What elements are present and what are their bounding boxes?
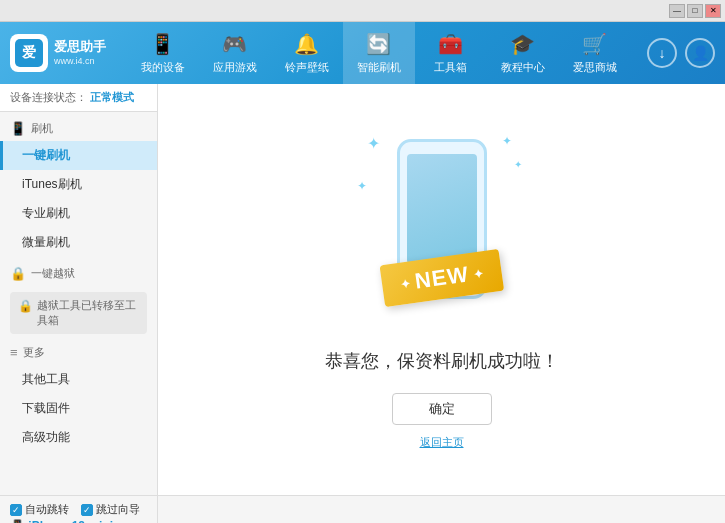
smart-shop-icon: 🔄: [366, 32, 391, 56]
maximize-button[interactable]: □: [687, 4, 703, 18]
nav-tutorial[interactable]: 🎓 教程中心: [487, 22, 559, 84]
logo-text: 爱思助手 www.i4.cn: [54, 39, 106, 68]
download-button[interactable]: ↓: [647, 38, 677, 68]
content-area: ✦ ✦ ✦ ✦ NEW 恭喜您，保资料刷机成功啦！ 确定 返回主页: [158, 84, 725, 495]
bottom-sidebar: ✓ 自动跳转 ✓ 跳过向导 📱 iPhone 12 mini 64GB Down…: [0, 496, 158, 523]
sparkle-3: ✦: [502, 134, 512, 148]
logo-symbol: 爱: [15, 39, 43, 67]
auto-jump-box: ✓: [10, 504, 22, 516]
more-section-title: ≡ 更多: [0, 340, 157, 365]
app-name: 爱思助手: [54, 39, 106, 56]
status-label: 设备连接状态：: [10, 91, 87, 103]
ringtones-icon: 🔔: [294, 32, 319, 56]
nav-smart-shop-label: 智能刷机: [357, 60, 401, 75]
success-message: 恭喜您，保资料刷机成功啦！: [325, 349, 559, 373]
nav-store[interactable]: 🛒 爱思商城: [559, 22, 631, 84]
skip-wizard-box: ✓: [81, 504, 93, 516]
sidebar-item-one-click-flash[interactable]: 一键刷机: [0, 141, 157, 170]
my-device-icon: 📱: [150, 32, 175, 56]
nav-apps-games-label: 应用游戏: [213, 60, 257, 75]
confirm-button[interactable]: 确定: [392, 393, 492, 425]
sidebar-item-pro-flash[interactable]: 专业刷机: [0, 199, 157, 228]
back-link[interactable]: 返回主页: [420, 435, 464, 450]
sidebar-item-advanced[interactable]: 高级功能: [0, 423, 157, 452]
device-icon: 📱: [10, 519, 28, 523]
bottom-area: ✓ 自动跳转 ✓ 跳过向导 📱 iPhone 12 mini 64GB Down…: [0, 495, 725, 523]
nav-items: 📱 我的设备 🎮 应用游戏 🔔 铃声壁纸 🔄 智能刷机 🧰 工具箱 🎓 教程中心…: [110, 22, 647, 84]
apps-games-icon: 🎮: [222, 32, 247, 56]
flash-section-title: 📱 刷机: [0, 116, 157, 141]
sidebar-item-download-firmware[interactable]: 下载固件: [0, 394, 157, 423]
nav-ringtones-label: 铃声壁纸: [285, 60, 329, 75]
device-name: 📱 iPhone 12 mini: [10, 519, 147, 523]
nav-smart-shop[interactable]: 🔄 智能刷机: [343, 22, 415, 84]
nav-my-device[interactable]: 📱 我的设备: [127, 22, 199, 84]
nav-apps-games[interactable]: 🎮 应用游戏: [199, 22, 271, 84]
jailbreak-section-label: 一键越狱: [31, 266, 75, 281]
user-button[interactable]: 👤: [685, 38, 715, 68]
jailbreak-section: 🔒 一键越狱 🔒 越狱工具已转移至工具箱: [0, 261, 157, 334]
header-right: ↓ 👤: [647, 38, 715, 68]
nav-ringtones[interactable]: 🔔 铃声壁纸: [271, 22, 343, 84]
phone-screen: [407, 154, 477, 264]
title-bar: — □ ✕: [0, 0, 725, 22]
flash-section: 📱 刷机 一键刷机 iTunes刷机 专业刷机 微量刷机: [0, 116, 157, 257]
connection-status: 设备连接状态： 正常模式: [0, 84, 157, 112]
nav-my-device-label: 我的设备: [141, 60, 185, 75]
bottom-content: V7.98.66 客服 微信公众号 检查更新: [158, 496, 725, 523]
auto-jump-label: 自动跳转: [25, 502, 69, 517]
sidebar: 设备连接状态： 正常模式 📱 刷机 一键刷机 iTunes刷机 专业刷机 微量刷…: [0, 84, 158, 495]
nav-store-label: 爱思商城: [573, 60, 617, 75]
app-url: www.i4.cn: [54, 56, 106, 68]
more-section-label: 更多: [23, 345, 45, 360]
status-value: 正常模式: [90, 91, 134, 103]
device-name-text: iPhone 12 mini: [28, 519, 113, 523]
sidebar-item-save-flash[interactable]: 微量刷机: [0, 228, 157, 257]
auto-jump-checkbox[interactable]: ✓ 自动跳转: [10, 502, 69, 517]
more-section-icon: ≡: [10, 345, 18, 360]
checkbox-group: ✓ 自动跳转 ✓ 跳过向导: [10, 502, 147, 517]
nav-tutorial-label: 教程中心: [501, 60, 545, 75]
success-illustration: ✦ ✦ ✦ ✦ NEW: [352, 129, 532, 329]
window-controls: — □ ✕: [669, 4, 721, 18]
flash-section-label: 刷机: [31, 121, 53, 136]
jailbreak-lock-message: 越狱工具已转移至工具箱: [37, 298, 139, 328]
tutorial-icon: 🎓: [510, 32, 535, 56]
skip-wizard-checkbox[interactable]: ✓ 跳过向导: [81, 502, 140, 517]
logo-icon: 爱: [10, 34, 48, 72]
minimize-button[interactable]: —: [669, 4, 685, 18]
jailbreak-section-title: 🔒 一键越狱: [0, 261, 157, 286]
toolbox-icon: 🧰: [438, 32, 463, 56]
logo-area: 爱 爱思助手 www.i4.cn: [10, 34, 110, 72]
nav-toolbox-label: 工具箱: [434, 60, 467, 75]
sparkle-1: ✦: [367, 134, 380, 153]
skip-wizard-label: 跳过向导: [96, 502, 140, 517]
skip-wizard-check: ✓: [83, 505, 91, 515]
sidebar-item-other-tools[interactable]: 其他工具: [0, 365, 157, 394]
close-button[interactable]: ✕: [705, 4, 721, 18]
lock-section-icon: 🔒: [10, 266, 26, 281]
auto-jump-check: ✓: [12, 505, 20, 515]
sparkle-4: ✦: [514, 159, 522, 170]
jailbreak-locked-notice: 🔒 越狱工具已转移至工具箱: [10, 292, 147, 334]
sparkle-2: ✦: [357, 179, 367, 193]
store-icon: 🛒: [582, 32, 607, 56]
lock-icon: 🔒: [18, 299, 33, 313]
sidebar-item-itunes-flash[interactable]: iTunes刷机: [0, 170, 157, 199]
nav-toolbox[interactable]: 🧰 工具箱: [415, 22, 487, 84]
flash-section-icon: 📱: [10, 121, 26, 136]
main-area: 设备连接状态： 正常模式 📱 刷机 一键刷机 iTunes刷机 专业刷机 微量刷…: [0, 84, 725, 495]
header: 爱 爱思助手 www.i4.cn 📱 我的设备 🎮 应用游戏 🔔 铃声壁纸 🔄 …: [0, 22, 725, 84]
more-section: ≡ 更多 其他工具 下载固件 高级功能: [0, 340, 157, 452]
device-info: 📱 iPhone 12 mini 64GB Down-12mini-13.1: [10, 519, 147, 523]
